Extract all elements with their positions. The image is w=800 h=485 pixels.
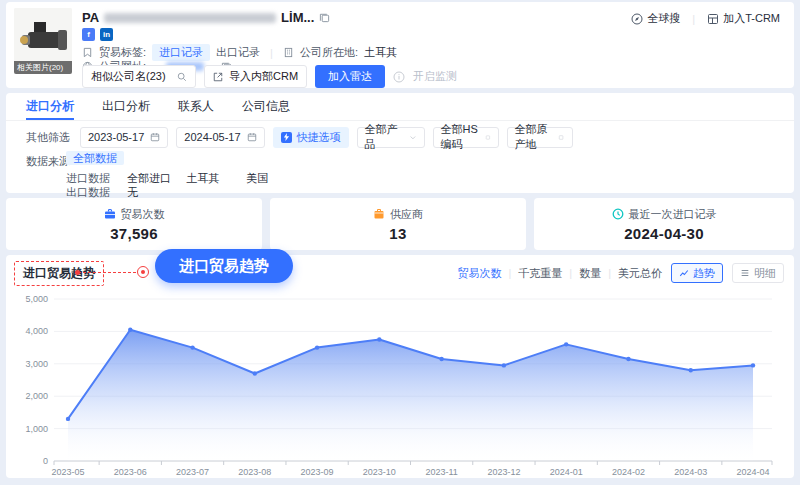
export-records-tag[interactable]: 出口记录 [216, 45, 260, 60]
export-data-label: 出口数据 [66, 186, 110, 198]
svg-text:0: 0 [43, 456, 48, 466]
svg-text:4,000: 4,000 [25, 326, 48, 336]
import-option-usa[interactable]: 美国 [246, 172, 268, 184]
tab-company-info[interactable]: 公司信息 [242, 93, 290, 120]
view-trend-button[interactable]: 趋势 [671, 263, 723, 283]
trend-icon [679, 268, 689, 278]
social-links: f in [82, 28, 113, 41]
svg-text:2023-11: 2023-11 [425, 467, 457, 477]
trend-chart-card: 进口贸易趋势 进口贸易趋势 贸易次数 | 千克重量 | 数量 | 美元总价 趋势… [6, 255, 794, 478]
stat-label: 最近一次进口记录 [629, 207, 717, 222]
clock-icon [612, 208, 624, 220]
start-monitor-button[interactable]: 开启监测 [413, 69, 457, 84]
search-icon [177, 72, 187, 82]
company-header-card: 相关图片(20) PA LİM... f in 贸易标签: 进口记录 出口记录 … [6, 2, 794, 88]
import-crm-label: 导入内部CRM [229, 69, 298, 84]
tab-import-analysis[interactable]: 进口分析 [26, 93, 74, 120]
similar-companies-button[interactable]: 相似公司名(23) [82, 65, 196, 88]
copy-icon[interactable] [319, 12, 330, 23]
svg-text:2023-12: 2023-12 [487, 467, 520, 477]
date-to-value: 2024-05-17 [184, 131, 240, 143]
datasource-all-tag[interactable]: 全部数据 [66, 151, 124, 166]
join-radar-label: 加入雷达 [328, 69, 372, 84]
import-option-turkey[interactable]: 土耳其 [186, 172, 219, 184]
header-actions: 相似公司名(23) 导入内部CRM 加入雷达 开启监测 [82, 65, 457, 88]
global-search-link[interactable]: 全球搜 [631, 11, 680, 26]
svg-text:2023-08: 2023-08 [238, 467, 271, 477]
join-radar-button[interactable]: 加入雷达 [315, 65, 385, 88]
picker-icon [558, 133, 564, 142]
metric-usd-total[interactable]: 美元总价 [618, 266, 662, 281]
stat-card-last-import: 最近一次进口记录 2024-04-30 [534, 198, 794, 250]
product-select[interactable]: 全部产品 [357, 127, 425, 148]
company-product-image[interactable]: 相关图片(20) [14, 8, 72, 74]
trade-tags-label: 贸易标签: [99, 45, 146, 60]
svg-text:2023-06: 2023-06 [114, 467, 147, 477]
import-option-all[interactable]: 全部进口 [127, 172, 171, 184]
origin-select[interactable]: 全部原产地 [507, 127, 573, 148]
view-detail-button[interactable]: 明细 [732, 263, 784, 283]
join-tcrm-link[interactable]: 加入T-CRM [707, 11, 780, 26]
svg-text:2023-07: 2023-07 [176, 467, 209, 477]
svg-text:2024-03: 2024-03 [674, 467, 707, 477]
view-trend-label: 趋势 [693, 266, 715, 281]
view-detail-label: 明细 [754, 266, 776, 281]
facebook-icon[interactable]: f [82, 28, 95, 41]
svg-text:2023-05: 2023-05 [51, 467, 84, 477]
redacted-company-name [104, 13, 276, 23]
stat-card-trade-count: 贸易次数 37,596 [6, 198, 262, 250]
date-from-value: 2023-05-17 [88, 131, 144, 143]
quick-options-label: 快捷选项 [297, 130, 341, 145]
stat-value: 2024-04-30 [624, 225, 704, 242]
list-icon [740, 268, 750, 278]
stat-value: 13 [389, 225, 406, 242]
divider: | [692, 13, 695, 25]
similar-companies-label: 相似公司名(23) [91, 69, 166, 84]
other-filters-label: 其他筛选 [26, 130, 70, 145]
join-tcrm-label: 加入T-CRM [723, 11, 780, 26]
import-crm-button[interactable]: 导入内部CRM [204, 65, 307, 88]
divider: | [608, 267, 611, 279]
tab-export-analysis[interactable]: 出口分析 [102, 93, 150, 120]
location-value: 土耳其 [364, 45, 397, 60]
svg-text:2024-04: 2024-04 [736, 467, 769, 477]
export-icon [213, 72, 223, 82]
chevron-down-icon [409, 133, 417, 142]
stat-card-suppliers: 供应商 13 [270, 198, 526, 250]
annotation-tooltip: 进口贸易趋势 [155, 249, 293, 283]
metric-kg-weight[interactable]: 千克重量 [518, 266, 562, 281]
divider: | [270, 47, 273, 59]
svg-text:3,000: 3,000 [25, 359, 48, 369]
divider: | [508, 267, 511, 279]
date-from-input[interactable]: 2023-05-17 [80, 127, 168, 148]
all-data-label: 全部数据 [66, 151, 124, 165]
quick-options-button[interactable]: 快捷选项 [273, 127, 349, 148]
briefcase-icon [104, 208, 116, 220]
linkedin-icon[interactable]: in [100, 28, 113, 41]
page: { "colors": { "accent": "#3370ff", "acce… [0, 0, 800, 485]
calendar-icon [150, 132, 160, 142]
info-icon[interactable] [393, 71, 405, 83]
svg-text:2023-10: 2023-10 [363, 467, 396, 477]
company-name-prefix: PA [82, 10, 99, 25]
tab-contacts[interactable]: 联系人 [178, 93, 214, 120]
package-icon [373, 208, 385, 220]
lightning-icon [281, 132, 292, 143]
divider [6, 120, 794, 121]
hs-code-select[interactable]: 全部HS编码 [433, 127, 499, 148]
datasource-label: 数据来源 [26, 154, 70, 169]
header-topbar: 全球搜 | 加入T-CRM [631, 11, 780, 26]
metric-trade-count[interactable]: 贸易次数 [457, 266, 501, 281]
svg-text:2024-02: 2024-02 [612, 467, 645, 477]
svg-text:2,000: 2,000 [25, 391, 48, 401]
related-images-label[interactable]: 相关图片(20) [14, 61, 72, 74]
annotation-connector [78, 272, 136, 273]
svg-text:2023-09: 2023-09 [301, 467, 334, 477]
metric-quantity[interactable]: 数量 [579, 266, 601, 281]
svg-text:5,000: 5,000 [25, 294, 48, 304]
company-name-suffix: LİM... [281, 10, 314, 25]
trend-area-chart[interactable]: 01,0002,0003,0004,0005,0002023-052023-06… [6, 283, 794, 478]
tab-bar: 进口分析 出口分析 联系人 公司信息 [26, 93, 290, 120]
date-to-input[interactable]: 2024-05-17 [176, 127, 264, 148]
annotation-target-icon [137, 266, 149, 278]
